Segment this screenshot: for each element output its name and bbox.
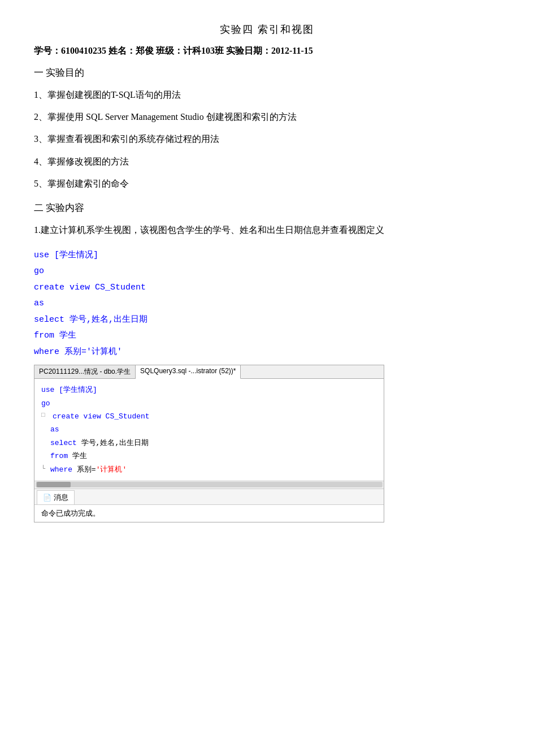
sql-editor-line-2: go [41,397,377,410]
list-item-2: 2、掌握使用 SQL Server Management Studio 创建视图… [34,109,500,124]
messages-tab[interactable]: 📄 消息 [37,490,75,504]
sql-editor-line-5: select 学号,姓名,出生日期 [41,437,377,450]
list-item-1: 1、掌握创建视图的T-SQL语句的用法 [34,87,500,102]
scrollbar-thumb[interactable] [37,482,71,487]
sql-editor-line-1: use [学生情况] [41,383,377,396]
student-info: 学号：6100410235 姓名：郑俊 班级：计科103班 实验日期：2012-… [34,45,500,57]
list-item-3: 3、掌握查看视图和索引的系统存储过程的用法 [34,131,500,146]
sql-editor-line-7: └ where 系别='计算机' [41,463,377,476]
sql-tab-1[interactable]: PC20111129...情况 - dbo.学生 [34,365,136,378]
sql-editor-line-4: as [41,423,377,436]
list-item-5: 5、掌握创建索引的命令 [34,176,500,191]
block-indicator: □ [41,410,49,421]
horizontal-scrollbar[interactable] [34,481,384,489]
sql-editor[interactable]: PC20111129...情况 - dbo.学生 SQLQuery3.sql -… [34,365,384,522]
code-line-7: where 系别='计算机' [34,344,500,361]
code-line-4: as [34,296,500,312]
section-one-heading: 一 实验目的 [34,66,500,79]
code-line-5: select 学号,姓名,出生日期 [34,312,500,329]
sql-tab-2[interactable]: SQLQuery3.sql -...istrator (52))* [136,365,241,379]
sql-editor-body[interactable]: use [学生情况] go □ create view CS_Student a… [34,379,384,481]
code-line-3: create view CS_Student [34,280,500,296]
code-line-2: go [34,263,500,280]
page-title: 实验四 索引和视图 [34,23,500,36]
code-block: use [学生情况] go create view CS_Student as … [34,248,500,361]
scrollbar-track [36,482,383,487]
section-two-heading: 二 实验内容 [34,201,500,214]
list-item-4: 4、掌握修改视图的方法 [34,154,500,169]
messages-icon: 📄 [43,494,51,502]
messages-content: 命令已成功完成。 [34,504,384,522]
sql-editor-line-6: from 学生 [41,450,377,463]
content-paragraph: 1.建立计算机系学生视图，该视图包含学生的学号、姓名和出生日期信息并查看视图定义 [34,222,500,239]
sql-editor-tabs: PC20111129...情况 - dbo.学生 SQLQuery3.sql -… [34,365,384,379]
messages-tab-bar: 📄 消息 [34,489,384,504]
sql-editor-line-3: □ create view CS_Student [41,410,377,423]
code-line-1: use [学生情况] [34,248,500,264]
code-line-6: from 学生 [34,328,500,344]
